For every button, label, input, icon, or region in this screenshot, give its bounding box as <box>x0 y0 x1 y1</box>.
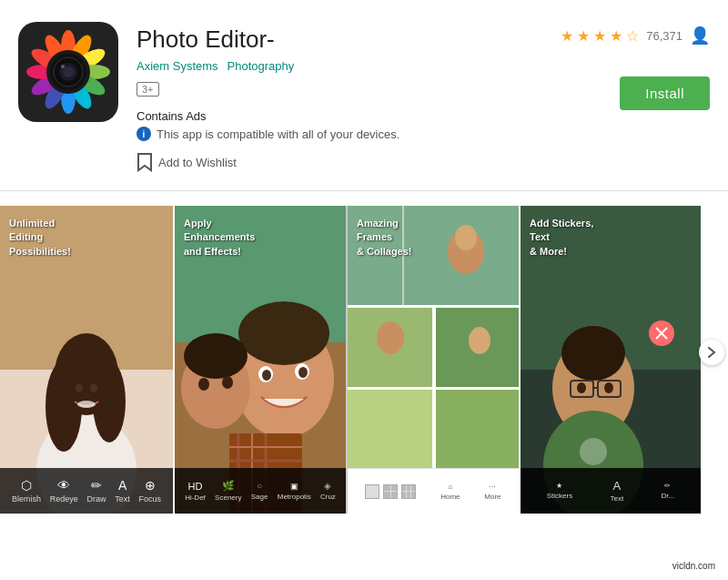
category-link[interactable]: Photography <box>228 59 295 73</box>
info-icon: i <box>136 127 151 141</box>
wishlist-button[interactable]: Add to Wishlist <box>136 152 237 172</box>
tool-text: A Text <box>115 478 130 504</box>
tool-text2: A Text <box>611 479 624 503</box>
metropolis-icon: ▣ <box>290 482 298 491</box>
tool-metropolis: ▣ Metropolis <box>278 482 311 501</box>
next-arrow[interactable] <box>699 340 724 365</box>
svg-rect-57 <box>436 390 519 468</box>
tool-redeye: 👁 Redeye <box>50 478 78 504</box>
svg-point-39 <box>184 333 248 379</box>
stars-row: ★ ★ ★ ★ ☆ 76,371 👤 <box>561 25 710 46</box>
screenshot-1-overlay: UnlimitedEditingPossibilities! <box>9 217 71 259</box>
app-icon <box>18 22 118 122</box>
frame-option-1[interactable] <box>365 484 379 499</box>
svg-point-71 <box>580 438 607 465</box>
screenshots-section: UnlimitedEditingPossibilities! ⬡ Blemish… <box>0 191 728 514</box>
text2-icon: A <box>613 479 622 493</box>
screenshot-4-toolbar: ★ Stickers A Text ✏ Dr... <box>521 468 701 514</box>
svg-point-16 <box>63 66 74 77</box>
stickers-icon: ★ <box>556 482 562 490</box>
star-1: ★ <box>561 27 573 45</box>
tool-scenery: 🌿 Scenery <box>215 480 241 502</box>
tool-stickers: ★ Stickers <box>547 482 572 500</box>
draw-icon: ✏ <box>91 478 102 493</box>
svg-point-17 <box>61 65 65 68</box>
tool-sage: ○ Sage <box>251 481 268 501</box>
star-2: ★ <box>577 27 590 45</box>
frame-options <box>365 484 416 499</box>
blemish-icon: ⬡ <box>21 478 32 493</box>
tool-draw: ✏ Draw <box>87 478 106 504</box>
tool-cruz: ◈ Cruz <box>320 481 336 501</box>
contains-ads-label: Contains Ads <box>136 109 542 123</box>
svg-point-37 <box>298 367 308 378</box>
tool-more: ⋯ More <box>484 483 500 501</box>
install-button[interactable]: Install <box>620 76 710 110</box>
user-icon: 👤 <box>690 25 710 46</box>
sage-icon: ○ <box>257 481 262 491</box>
age-badge: 3+ <box>136 82 159 97</box>
svg-point-24 <box>46 361 82 452</box>
screenshot-1: UnlimitedEditingPossibilities! ⬡ Blemish… <box>0 206 173 514</box>
frame-option-3[interactable] <box>401 484 416 499</box>
screenshot-3-toolbar: ⌂ Home ⋯ More <box>348 468 519 514</box>
app-info: Photo Editor- Axiem Systems Photography … <box>136 22 542 172</box>
tool-blemish: ⬡ Blemish <box>12 478 41 504</box>
tool-hidef: HD Hi-Def <box>185 481 206 502</box>
frame-option-2[interactable] <box>383 484 398 499</box>
draw2-icon: ✏ <box>664 482 671 490</box>
svg-point-54 <box>377 321 404 354</box>
app-title: Photo Editor- <box>136 25 542 54</box>
bottom-actions: Add to Wishlist <box>136 152 542 172</box>
compatibility-row: i This app is compatible with all of you… <box>136 127 542 141</box>
svg-point-50 <box>455 225 477 250</box>
text-icon: A <box>118 478 126 493</box>
watermark: vicldn.com <box>667 559 721 573</box>
screenshot-4: Add Stickers,Text& More! ★ Stickers A Te… <box>519 206 701 514</box>
svg-point-28 <box>77 401 96 408</box>
rating-section: ★ ★ ★ ★ ☆ 76,371 👤 Install <box>561 22 710 110</box>
screenshot-3: AmazingFrames& Collages! ⌂ Hom <box>346 206 519 514</box>
screenshot-1-toolbar: ⬡ Blemish 👁 Redeye ✏ Draw A Text ⊕ Fo <box>0 468 173 514</box>
star-3: ★ <box>593 27 606 45</box>
screenshot-2: ApplyEnhancementsand Effects! HD Hi-Def … <box>173 206 346 514</box>
svg-point-27 <box>90 383 97 392</box>
redeye-icon: 👁 <box>57 478 70 493</box>
hidef-icon: HD <box>188 481 203 492</box>
tool-home: ⌂ Home <box>440 483 460 501</box>
app-header: Photo Editor- Axiem Systems Photography … <box>0 0 728 191</box>
screenshot-2-overlay: ApplyEnhancementsand Effects! <box>184 217 255 259</box>
compatibility-text: This app is compatible with all of your … <box>157 127 399 141</box>
wishlist-label: Add to Wishlist <box>158 156 237 169</box>
svg-point-68 <box>577 382 586 393</box>
app-meta: Axiem Systems Photography <box>136 59 542 73</box>
svg-rect-56 <box>348 390 432 468</box>
scenery-icon: 🌿 <box>222 480 235 492</box>
svg-point-36 <box>262 370 271 381</box>
svg-point-41 <box>222 376 233 389</box>
screenshot-3-overlay: AmazingFrames& Collages! <box>357 217 412 259</box>
home-icon: ⌂ <box>448 483 452 491</box>
tool-draw2: ✏ Dr... <box>662 482 675 500</box>
star-4: ★ <box>610 27 622 45</box>
svg-point-26 <box>76 383 83 392</box>
screenshots-scroll: UnlimitedEditingPossibilities! ⬡ Blemish… <box>0 206 728 514</box>
bookmark-icon <box>136 152 153 172</box>
svg-point-33 <box>238 301 329 365</box>
rating-count: 76,371 <box>646 29 682 43</box>
more-icon: ⋯ <box>489 483 496 491</box>
tool-focus: ⊕ Focus <box>139 478 162 504</box>
svg-point-55 <box>469 327 490 354</box>
svg-point-64 <box>561 326 625 381</box>
cruz-icon: ◈ <box>324 481 331 491</box>
svg-point-40 <box>198 378 209 391</box>
chevron-right-icon <box>706 347 717 358</box>
developer-link[interactable]: Axiem Systems <box>136 59 218 73</box>
screenshot-4-overlay: Add Stickers,Text& More! <box>530 217 593 259</box>
star-half: ☆ <box>626 27 639 45</box>
screenshot-2-toolbar: HD Hi-Def 🌿 Scenery ○ Sage ▣ Metropolis … <box>175 468 346 514</box>
focus-icon: ⊕ <box>145 478 156 493</box>
svg-point-69 <box>604 382 613 393</box>
app-icon-wrapper <box>18 22 118 122</box>
